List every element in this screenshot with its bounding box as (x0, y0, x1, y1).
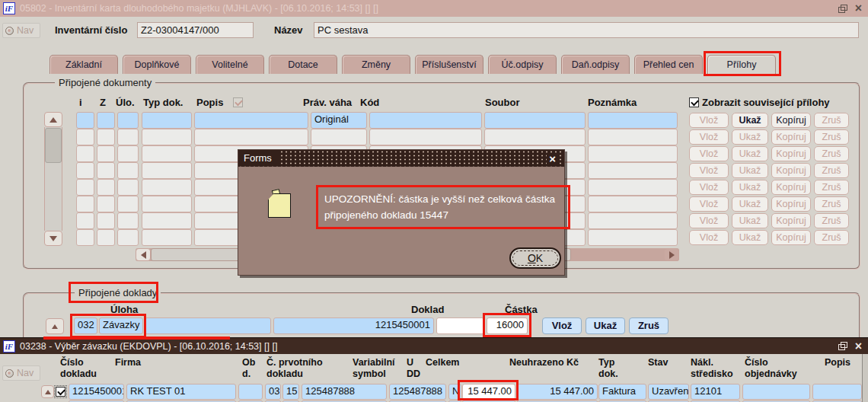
doc-grid-cell[interactable] (142, 129, 192, 145)
vertical-scrollbar-thumb[interactable] (45, 128, 62, 163)
doc-grid-cell[interactable] (76, 129, 94, 145)
voucher-delete-button[interactable]: Zruš (629, 317, 669, 334)
doc-grid-cell[interactable] (97, 112, 115, 129)
attachment-delete-button[interactable]: Zruš (814, 180, 849, 195)
doc-grid-cell[interactable] (97, 129, 115, 145)
doc-grid-cell[interactable] (588, 229, 678, 246)
close-icon-bottom[interactable]: × (855, 340, 862, 353)
attachment-copy-button[interactable]: Kopíruj (771, 230, 811, 245)
attachment-insert-button[interactable]: Vlož (689, 146, 729, 161)
doc-grid-cell[interactable] (142, 179, 192, 196)
bottom-row-cell[interactable]: 12101 (691, 384, 740, 400)
attachment-show-button[interactable]: Ukaž (732, 163, 768, 178)
doc-grid-cell[interactable] (588, 162, 678, 179)
doc-grid-cell[interactable] (311, 129, 367, 145)
doc-grid-cell[interactable] (76, 212, 94, 229)
dialog-titlebar[interactable]: Forms × (238, 150, 564, 167)
close-icon[interactable]: × (855, 2, 862, 14)
attachment-copy-button[interactable]: Kopíruj (771, 113, 811, 128)
ok-button[interactable]: OK (509, 247, 561, 269)
tab--odpisy[interactable]: Úč.odpisy (488, 55, 557, 74)
attachment-show-button[interactable]: Ukaž (732, 180, 768, 195)
doc-grid-cell[interactable] (142, 162, 192, 179)
doc-grid-cell[interactable] (588, 129, 678, 145)
doc-grid-cell[interactable] (76, 196, 94, 212)
attachment-insert-button[interactable]: Vlož (689, 113, 729, 128)
doc-grid-cell[interactable] (117, 179, 139, 196)
doc-grid-cell[interactable] (142, 212, 192, 229)
doklad-field[interactable]: 1215450001 (273, 317, 434, 334)
attachment-show-button[interactable]: Ukaž (732, 113, 768, 128)
attachment-insert-button[interactable]: Vlož (689, 213, 729, 228)
tab-p-ehled-cen[interactable]: Přehled cen (634, 55, 703, 74)
row-select-arrow[interactable] (41, 385, 54, 398)
tab-p-slu-enstv-[interactable]: Příslušenství (415, 55, 483, 74)
doc-grid-cell[interactable] (117, 129, 139, 145)
bottom-row-cell[interactable]: N (448, 384, 461, 400)
doc-grid-cell[interactable] (76, 229, 94, 246)
attachment-copy-button[interactable]: Kopíruj (771, 129, 811, 145)
doc-grid-cell[interactable] (117, 229, 139, 246)
doc-grid-cell[interactable] (97, 196, 115, 212)
doc-grid-cell[interactable] (117, 162, 139, 179)
doc-grid-cell[interactable] (117, 145, 139, 162)
attachment-insert-button[interactable]: Vlož (689, 196, 729, 212)
bottom-row-cell[interactable]: 15 447.00 (462, 384, 515, 400)
doc-grid-cell[interactable] (97, 145, 115, 162)
attachment-delete-button[interactable]: Zruš (814, 196, 849, 212)
doc-grid-cell[interactable] (588, 112, 678, 129)
attachment-show-button[interactable]: Ukaž (732, 146, 768, 161)
attachment-delete-button[interactable]: Zruš (814, 129, 849, 145)
bottom-row-cell[interactable]: Faktura (598, 384, 646, 400)
doc-grid-cell[interactable] (97, 212, 115, 229)
attachment-insert-button[interactable]: Vlož (689, 230, 729, 245)
doc-grid-cell[interactable] (484, 129, 586, 145)
doc-grid-cell[interactable] (194, 112, 308, 129)
bottom-row-cell[interactable]: 125487888 (389, 384, 446, 400)
nav-button[interactable]: Nav (2, 23, 40, 38)
show-related-checkbox[interactable] (689, 97, 699, 107)
doc-grid-cell[interactable] (369, 112, 482, 129)
attachment-delete-button[interactable]: Zruš (814, 213, 849, 228)
bottom-row-cell[interactable] (742, 384, 810, 400)
bottom-row-cell[interactable] (812, 384, 862, 400)
doc-grid-cell[interactable] (194, 129, 308, 145)
bottom-row-cell[interactable]: 15 447.00 (517, 384, 598, 400)
doc-grid-cell[interactable] (76, 112, 94, 129)
doc-grid-cell[interactable] (588, 179, 678, 196)
attachment-insert-button[interactable]: Vlož (689, 129, 729, 145)
attachment-show-button[interactable]: Ukaž (732, 213, 768, 228)
scroll-down-button[interactable] (44, 231, 62, 246)
doc-grid-cell[interactable] (588, 212, 678, 229)
attachment-copy-button[interactable]: Kopíruj (771, 163, 811, 178)
attachment-delete-button[interactable]: Zruš (814, 163, 849, 178)
voucher-show-button[interactable]: Ukaž (586, 317, 625, 334)
attachment-show-button[interactable]: Ukaž (732, 129, 768, 145)
castka-field[interactable]: 16000 (487, 317, 528, 334)
scroll-left-button[interactable] (136, 248, 151, 261)
tab-z-kladn-[interactable]: Základní (49, 55, 118, 74)
uloha-extra-field[interactable] (145, 317, 271, 334)
bottom-nav-button[interactable]: Nav (2, 365, 40, 381)
uloha-name-field[interactable]: Závazky (99, 317, 143, 334)
doc-grid-cell[interactable] (76, 179, 94, 196)
tab-da-odpisy[interactable]: Daň.odpisy (561, 55, 630, 74)
doc-grid-cell[interactable] (484, 112, 586, 129)
attachment-delete-button[interactable]: Zruš (814, 113, 849, 128)
bottom-row-cell[interactable]: 03 (265, 384, 281, 400)
scroll-up-button[interactable] (44, 112, 62, 127)
attachment-show-button[interactable]: Ukaž (732, 230, 768, 245)
attachment-copy-button[interactable]: Kopíruj (771, 146, 811, 161)
inventory-number-field[interactable]: Z2-03004147/000 (137, 22, 254, 38)
dialog-close-icon[interactable]: × (547, 153, 558, 164)
doc-grid-cell[interactable] (588, 145, 678, 162)
scroll-right-button[interactable] (664, 248, 679, 261)
doc-grid-cell[interactable] (142, 196, 192, 212)
name-field[interactable]: PC sestava (314, 22, 859, 38)
doc-grid-cell[interactable] (142, 229, 192, 246)
attachment-copy-button[interactable]: Kopíruj (771, 213, 811, 228)
bottom-row-cell[interactable] (238, 384, 263, 400)
attachment-delete-button[interactable]: Zruš (814, 146, 849, 161)
bottom-row-cell[interactable]: 125487888 (302, 384, 387, 400)
doc-grid-cell[interactable] (76, 162, 94, 179)
